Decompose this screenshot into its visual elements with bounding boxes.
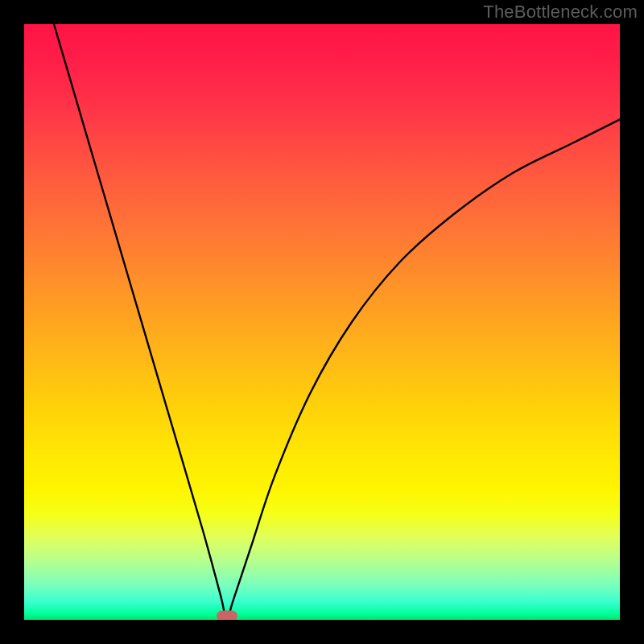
curve-svg [24,24,620,620]
min-marker [217,611,237,621]
bottleneck-curve [54,24,620,620]
plot-area [24,24,620,620]
chart-frame: TheBottleneck.com [0,0,644,644]
watermark-text: TheBottleneck.com [483,2,638,23]
